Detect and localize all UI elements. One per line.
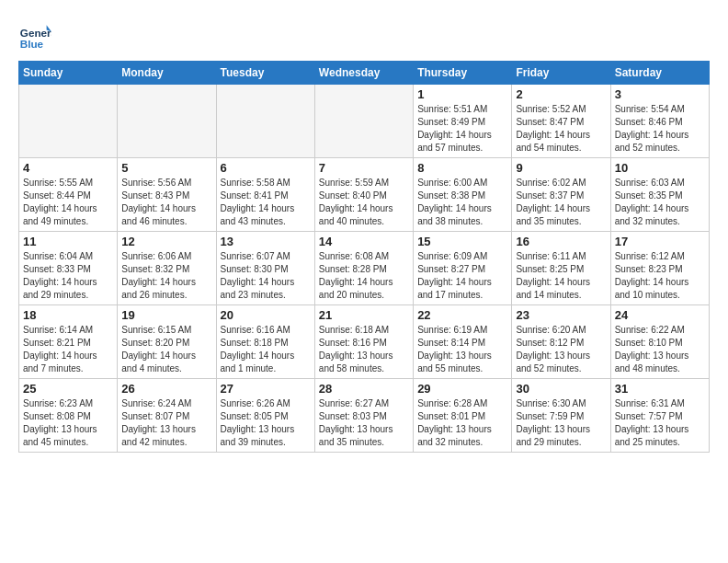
logo: General Blue (18, 18, 55, 52)
day-number: 6 (221, 161, 311, 175)
day-number: 8 (417, 161, 507, 175)
calendar-table: SundayMondayTuesdayWednesdayThursdayFrid… (18, 61, 710, 453)
calendar-cell: 21Sunrise: 6:18 AM Sunset: 8:16 PM Dayli… (314, 305, 413, 379)
calendar-cell: 25Sunrise: 6:23 AM Sunset: 8:08 PM Dayli… (19, 379, 118, 453)
calendar-cell (314, 85, 413, 158)
day-number: 20 (221, 308, 311, 322)
day-number: 9 (516, 161, 606, 175)
day-number: 13 (221, 235, 311, 248)
calendar-cell: 18Sunrise: 6:14 AM Sunset: 8:21 PM Dayli… (19, 305, 118, 379)
day-number: 30 (516, 382, 606, 396)
calendar-cell: 2Sunrise: 5:52 AM Sunset: 8:47 PM Daylig… (512, 85, 610, 158)
calendar-cell: 11Sunrise: 6:04 AM Sunset: 8:33 PM Dayli… (19, 232, 118, 305)
calendar-week-row: 1Sunrise: 5:51 AM Sunset: 8:49 PM Daylig… (19, 85, 710, 158)
day-info: Sunrise: 6:00 AM Sunset: 8:38 PM Dayligh… (417, 177, 507, 228)
day-number: 2 (516, 87, 606, 101)
day-info: Sunrise: 6:20 AM Sunset: 8:12 PM Dayligh… (516, 324, 606, 375)
day-number: 3 (615, 87, 705, 101)
calendar-cell (118, 85, 216, 158)
calendar-cell: 16Sunrise: 6:11 AM Sunset: 8:25 PM Dayli… (512, 232, 610, 305)
day-number: 27 (221, 382, 311, 396)
day-info: Sunrise: 6:28 AM Sunset: 8:01 PM Dayligh… (417, 397, 507, 449)
day-info: Sunrise: 5:58 AM Sunset: 8:41 PM Dayligh… (221, 177, 311, 228)
day-number: 31 (615, 382, 705, 396)
day-number: 23 (516, 308, 606, 322)
day-number: 14 (319, 235, 409, 248)
day-number: 15 (417, 235, 507, 248)
day-info: Sunrise: 6:15 AM Sunset: 8:20 PM Dayligh… (121, 324, 211, 375)
calendar-cell: 9Sunrise: 6:02 AM Sunset: 8:37 PM Daylig… (512, 158, 610, 232)
calendar-cell: 28Sunrise: 6:27 AM Sunset: 8:03 PM Dayli… (314, 379, 413, 453)
day-number: 25 (23, 382, 113, 396)
calendar-cell: 4Sunrise: 5:55 AM Sunset: 8:44 PM Daylig… (19, 158, 118, 232)
day-info: Sunrise: 5:55 AM Sunset: 8:44 PM Dayligh… (23, 177, 113, 228)
day-info: Sunrise: 5:56 AM Sunset: 8:43 PM Dayligh… (121, 177, 211, 228)
day-info: Sunrise: 6:30 AM Sunset: 7:59 PM Dayligh… (516, 397, 606, 449)
calendar-cell: 8Sunrise: 6:00 AM Sunset: 8:38 PM Daylig… (414, 158, 512, 232)
weekday-header: Saturday (610, 62, 709, 85)
day-info: Sunrise: 6:12 AM Sunset: 8:23 PM Dayligh… (615, 250, 705, 302)
day-number: 1 (417, 87, 507, 101)
day-info: Sunrise: 5:54 AM Sunset: 8:46 PM Dayligh… (615, 103, 705, 155)
day-info: Sunrise: 6:22 AM Sunset: 8:10 PM Dayligh… (615, 324, 705, 375)
day-info: Sunrise: 5:52 AM Sunset: 8:47 PM Dayligh… (516, 103, 606, 155)
calendar-cell: 15Sunrise: 6:09 AM Sunset: 8:27 PM Dayli… (414, 232, 512, 305)
day-info: Sunrise: 6:03 AM Sunset: 8:35 PM Dayligh… (615, 177, 705, 228)
calendar-cell: 13Sunrise: 6:07 AM Sunset: 8:30 PM Dayli… (216, 232, 314, 305)
day-number: 16 (516, 235, 606, 248)
calendar-cell: 31Sunrise: 6:31 AM Sunset: 7:57 PM Dayli… (610, 379, 709, 453)
day-info: Sunrise: 6:27 AM Sunset: 8:03 PM Dayligh… (319, 397, 409, 449)
day-info: Sunrise: 6:23 AM Sunset: 8:08 PM Dayligh… (23, 397, 113, 449)
day-number: 22 (417, 308, 507, 322)
calendar-cell: 29Sunrise: 6:28 AM Sunset: 8:01 PM Dayli… (414, 379, 512, 453)
calendar-header-row: SundayMondayTuesdayWednesdayThursdayFrid… (19, 62, 710, 85)
calendar-cell (216, 85, 314, 158)
calendar-cell: 24Sunrise: 6:22 AM Sunset: 8:10 PM Dayli… (610, 305, 709, 379)
day-number: 24 (615, 308, 705, 322)
weekday-header: Tuesday (216, 62, 314, 85)
calendar-cell: 17Sunrise: 6:12 AM Sunset: 8:23 PM Dayli… (610, 232, 709, 305)
calendar-cell: 19Sunrise: 6:15 AM Sunset: 8:20 PM Dayli… (118, 305, 216, 379)
day-info: Sunrise: 6:07 AM Sunset: 8:30 PM Dayligh… (221, 250, 311, 302)
calendar-week-row: 25Sunrise: 6:23 AM Sunset: 8:08 PM Dayli… (19, 379, 710, 453)
day-number: 7 (319, 161, 409, 175)
svg-text:Blue: Blue (20, 38, 44, 50)
day-number: 29 (417, 382, 507, 396)
day-number: 17 (615, 235, 705, 248)
day-info: Sunrise: 6:11 AM Sunset: 8:25 PM Dayligh… (516, 250, 606, 302)
calendar-week-row: 11Sunrise: 6:04 AM Sunset: 8:33 PM Dayli… (19, 232, 710, 305)
day-info: Sunrise: 6:24 AM Sunset: 8:07 PM Dayligh… (121, 397, 211, 449)
calendar-cell: 30Sunrise: 6:30 AM Sunset: 7:59 PM Dayli… (512, 379, 610, 453)
day-info: Sunrise: 6:31 AM Sunset: 7:57 PM Dayligh… (615, 397, 705, 449)
day-number: 18 (23, 308, 113, 322)
calendar-cell: 5Sunrise: 5:56 AM Sunset: 8:43 PM Daylig… (118, 158, 216, 232)
day-number: 10 (615, 161, 705, 175)
day-info: Sunrise: 6:26 AM Sunset: 8:05 PM Dayligh… (221, 397, 311, 449)
day-number: 26 (121, 382, 211, 396)
calendar-cell: 22Sunrise: 6:19 AM Sunset: 8:14 PM Dayli… (414, 305, 512, 379)
weekday-header: Thursday (414, 62, 512, 85)
day-info: Sunrise: 6:09 AM Sunset: 8:27 PM Dayligh… (417, 250, 507, 302)
calendar-cell: 12Sunrise: 6:06 AM Sunset: 8:32 PM Dayli… (118, 232, 216, 305)
day-info: Sunrise: 5:51 AM Sunset: 8:49 PM Dayligh… (417, 103, 507, 155)
weekday-header: Monday (118, 62, 216, 85)
calendar-cell: 20Sunrise: 6:16 AM Sunset: 8:18 PM Dayli… (216, 305, 314, 379)
calendar-cell: 6Sunrise: 5:58 AM Sunset: 8:41 PM Daylig… (216, 158, 314, 232)
calendar-week-row: 18Sunrise: 6:14 AM Sunset: 8:21 PM Dayli… (19, 305, 710, 379)
day-info: Sunrise: 6:14 AM Sunset: 8:21 PM Dayligh… (23, 324, 113, 375)
day-info: Sunrise: 6:18 AM Sunset: 8:16 PM Dayligh… (319, 324, 409, 375)
logo-icon: General Blue (18, 18, 51, 52)
calendar-cell: 26Sunrise: 6:24 AM Sunset: 8:07 PM Dayli… (118, 379, 216, 453)
calendar-cell: 23Sunrise: 6:20 AM Sunset: 8:12 PM Dayli… (512, 305, 610, 379)
calendar-cell: 1Sunrise: 5:51 AM Sunset: 8:49 PM Daylig… (414, 85, 512, 158)
calendar-cell: 14Sunrise: 6:08 AM Sunset: 8:28 PM Dayli… (314, 232, 413, 305)
weekday-header: Friday (512, 62, 610, 85)
calendar-cell: 7Sunrise: 5:59 AM Sunset: 8:40 PM Daylig… (314, 158, 413, 232)
calendar-cell (19, 85, 118, 158)
day-number: 4 (23, 161, 113, 175)
day-info: Sunrise: 6:04 AM Sunset: 8:33 PM Dayligh… (23, 250, 113, 302)
day-info: Sunrise: 6:02 AM Sunset: 8:37 PM Dayligh… (516, 177, 606, 228)
day-number: 5 (121, 161, 211, 175)
page-header: General Blue (18, 18, 710, 52)
calendar-cell: 27Sunrise: 6:26 AM Sunset: 8:05 PM Dayli… (216, 379, 314, 453)
